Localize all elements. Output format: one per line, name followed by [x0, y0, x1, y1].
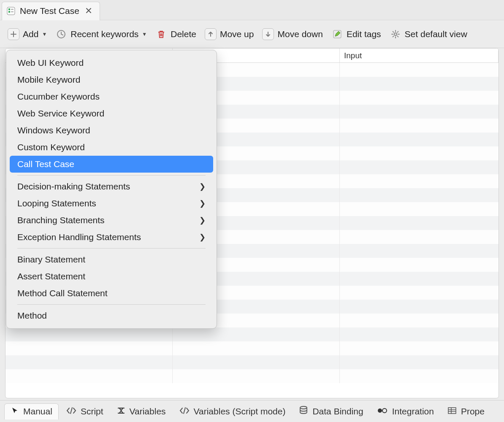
bottom-tab-label: Variables (Script mode)	[194, 406, 286, 417]
database-icon	[299, 406, 308, 417]
bottom-tab-label: Integration	[392, 406, 434, 417]
bottom-tab-label: Data Binding	[312, 406, 363, 417]
move-down-label: Move down	[277, 29, 322, 39]
menu-separator	[17, 248, 206, 249]
chevron-right-icon: ❯	[199, 199, 206, 208]
svg-point-7	[394, 33, 397, 35]
trash-icon	[155, 28, 167, 40]
svg-rect-1	[8, 8, 10, 10]
svg-point-10	[382, 408, 387, 413]
menu-item-looping-statements[interactable]: Looping Statements ❯	[10, 195, 213, 212]
menu-item-custom-keyword[interactable]: Custom Keyword	[10, 139, 213, 156]
pencil-icon	[331, 28, 343, 40]
bottom-tab-variables-script[interactable]: Variables (Script mode)	[173, 404, 292, 419]
integration-icon	[377, 406, 388, 417]
svg-rect-2	[8, 11, 10, 13]
menu-item-label: Mobile Keyword	[17, 75, 80, 85]
table-row[interactable]	[5, 369, 499, 383]
table-row[interactable]	[5, 355, 499, 369]
menu-item-web-service-keyword[interactable]: Web Service Keyword	[10, 105, 213, 122]
delete-button[interactable]: Delete	[154, 27, 198, 41]
arrow-up-icon	[205, 28, 217, 40]
bottom-tab-label: Manual	[23, 406, 52, 417]
menu-item-label: Custom Keyword	[17, 142, 85, 152]
toolbar: Add ▼ Recent keywords ▼ Delete Move up	[0, 20, 504, 48]
set-default-view-button[interactable]: Set default view	[388, 27, 469, 41]
menu-item-label: Method Call Statement	[17, 288, 108, 298]
bottom-tab-label: Variables	[130, 406, 166, 417]
bottom-tab-label: Prope	[461, 406, 485, 417]
col-header-input[interactable]: Input	[340, 49, 499, 62]
recent-keywords-label: Recent keywords	[70, 29, 138, 39]
caret-down-icon: ▼	[142, 31, 147, 37]
add-dropdown-menu: Web UI Keyword Mobile Keyword Cucumber K…	[6, 50, 217, 329]
menu-item-label: Web UI Keyword	[17, 58, 84, 68]
bottom-tab-bar: Manual Script Variables Variables (Scrip…	[0, 400, 504, 422]
plus-icon	[8, 28, 19, 40]
menu-item-label: Call Test Case	[17, 159, 74, 169]
menu-item-label: Web Service Keyword	[17, 108, 104, 119]
bottom-tab-data-binding[interactable]: Data Binding	[293, 403, 369, 419]
menu-item-label: Exception Handling Statements	[17, 232, 141, 242]
edit-tags-label: Edit tags	[347, 29, 381, 39]
svg-point-9	[378, 408, 382, 413]
add-button[interactable]: Add ▼	[6, 27, 49, 41]
add-label: Add	[23, 29, 38, 39]
menu-item-call-test-case[interactable]: Call Test Case	[10, 156, 213, 173]
delete-label: Delete	[171, 29, 196, 39]
menu-item-web-ui-keyword[interactable]: Web UI Keyword	[10, 54, 213, 71]
grid-icon	[447, 406, 457, 417]
menu-item-decision-making-statements[interactable]: Decision-making Statements ❯	[10, 178, 213, 195]
svg-rect-0	[7, 7, 15, 15]
menu-item-label: Method	[17, 311, 47, 321]
gear-icon	[390, 28, 401, 40]
editor-tab-new-test-case[interactable]: New Test Case	[2, 2, 100, 20]
menu-item-method[interactable]: Method	[10, 307, 213, 324]
chevron-right-icon: ❯	[199, 216, 206, 225]
menu-item-binary-statement[interactable]: Binary Statement	[10, 251, 213, 268]
chevron-right-icon: ❯	[199, 233, 206, 242]
table-row[interactable]	[5, 341, 499, 355]
edit-tags-button[interactable]: Edit tags	[330, 27, 383, 41]
recent-keywords-button[interactable]: Recent keywords ▼	[54, 27, 149, 41]
menu-item-assert-statement[interactable]: Assert Statement	[10, 268, 213, 285]
caret-down-icon: ▼	[42, 31, 47, 37]
move-up-label: Move up	[220, 29, 254, 39]
move-down-button[interactable]: Move down	[260, 27, 324, 41]
move-up-button[interactable]: Move up	[203, 27, 256, 41]
menu-item-mobile-keyword[interactable]: Mobile Keyword	[10, 71, 213, 88]
editor-tab-bar: New Test Case	[0, 0, 504, 20]
bottom-tab-label: Script	[81, 406, 103, 417]
menu-separator	[17, 304, 206, 305]
menu-separator	[17, 175, 206, 176]
arrow-down-icon	[262, 28, 274, 40]
history-icon	[55, 28, 67, 40]
set-default-view-label: Set default view	[405, 29, 467, 39]
bottom-tab-integration[interactable]: Integration	[371, 404, 440, 419]
menu-item-label: Binary Statement	[17, 254, 85, 265]
variable-x-icon	[117, 406, 125, 417]
menu-item-method-call-statement[interactable]: Method Call Statement	[10, 285, 213, 302]
editor-tab-title: New Test Case	[20, 6, 79, 16]
code-icon	[66, 406, 76, 417]
bottom-tab-manual[interactable]: Manual	[4, 403, 59, 419]
menu-item-windows-keyword[interactable]: Windows Keyword	[10, 122, 213, 139]
menu-item-label: Windows Keyword	[17, 125, 90, 135]
menu-item-exception-handling-statements[interactable]: Exception Handling Statements ❯	[10, 229, 213, 246]
menu-item-label: Branching Statements	[17, 215, 105, 225]
cursor-icon	[11, 406, 19, 417]
menu-item-label: Cucumber Keywords	[17, 92, 100, 102]
menu-item-label: Decision-making Statements	[17, 181, 130, 192]
testcase-file-icon	[6, 6, 16, 16]
menu-item-branching-statements[interactable]: Branching Statements ❯	[10, 212, 213, 229]
menu-item-cucumber-keywords[interactable]: Cucumber Keywords	[10, 88, 213, 105]
bottom-tab-properties[interactable]: Prope	[442, 404, 490, 419]
chevron-right-icon: ❯	[199, 182, 206, 191]
bottom-tab-variables[interactable]: Variables	[111, 404, 172, 419]
svg-rect-11	[448, 408, 456, 414]
close-tab-icon[interactable]	[84, 6, 94, 16]
bottom-tab-script[interactable]: Script	[60, 404, 109, 419]
table-row[interactable]	[5, 327, 499, 341]
menu-item-label: Looping Statements	[17, 198, 96, 208]
code-icon	[179, 406, 190, 417]
